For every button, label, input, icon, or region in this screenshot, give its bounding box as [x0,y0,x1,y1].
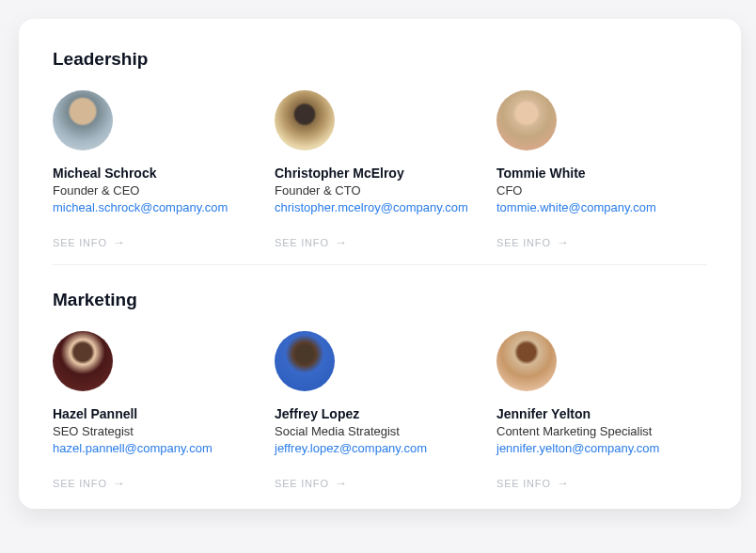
person-role: Founder & CEO [53,183,263,198]
arrow-right-icon: → [113,476,126,490]
person-email-link[interactable]: jennifer.yelton@company.com [496,441,707,455]
person-card: Jennifer Yelton Content Marketing Specia… [496,331,707,490]
see-info-label: SEE INFO [496,237,551,248]
person-name: Hazel Pannell [53,406,263,421]
see-info-label: SEE INFO [275,237,329,248]
person-card: Micheal Schrock Founder & CEO micheal.sc… [53,90,263,249]
person-email-link[interactable]: christopher.mcelroy@company.com [275,200,485,214]
arrow-right-icon: → [557,235,570,249]
person-name: Christopher McElroy [275,166,485,181]
person-role: SEO Strategist [53,424,263,438]
see-info-link[interactable]: SEE INFO → [53,235,263,249]
arrow-right-icon: → [113,235,126,249]
see-info-label: SEE INFO [53,237,107,248]
person-role: Founder & CTO [275,183,485,198]
person-name: Jeffrey Lopez [275,406,485,421]
person-role: CFO [496,183,707,198]
avatar [53,90,113,150]
avatar [496,331,557,391]
person-card: Jeffrey Lopez Social Media Strategist je… [275,331,485,490]
person-name: Jennifer Yelton [496,406,707,421]
avatar [53,331,113,391]
section-title-leadership: Leadership [53,49,707,70]
section-title-marketing: Marketing [53,290,707,310]
person-email-link[interactable]: tommie.white@company.com [496,200,707,214]
leadership-grid: Micheal Schrock Founder & CEO micheal.sc… [53,90,707,249]
arrow-right-icon: → [557,476,570,490]
see-info-link[interactable]: SEE INFO → [275,235,485,249]
marketing-grid: Hazel Pannell SEO Strategist hazel.panne… [53,331,707,490]
avatar [275,331,335,391]
see-info-label: SEE INFO [275,478,329,489]
see-info-link[interactable]: SEE INFO → [496,476,707,490]
see-info-label: SEE INFO [496,478,551,489]
see-info-link[interactable]: SEE INFO → [496,235,707,249]
see-info-link[interactable]: SEE INFO → [275,476,485,490]
person-name: Tommie White [496,166,707,181]
arrow-right-icon: → [335,235,348,249]
person-email-link[interactable]: micheal.schrock@company.com [53,200,263,214]
see-info-label: SEE INFO [53,478,107,489]
section-divider [53,264,707,265]
person-card: Tommie White CFO tommie.white@company.co… [496,90,707,249]
team-card: Leadership Micheal Schrock Founder & CEO… [19,19,741,509]
avatar [496,90,557,150]
person-name: Micheal Schrock [53,166,263,181]
person-email-link[interactable]: jeffrey.lopez@company.com [275,441,485,455]
person-role: Social Media Strategist [275,424,485,438]
person-card: Christopher McElroy Founder & CTO christ… [275,90,485,249]
avatar [275,90,335,150]
person-email-link[interactable]: hazel.pannell@company.com [53,441,263,455]
arrow-right-icon: → [335,476,348,490]
see-info-link[interactable]: SEE INFO → [53,476,263,490]
person-role: Content Marketing Specialist [496,424,707,438]
person-card: Hazel Pannell SEO Strategist hazel.panne… [53,331,263,490]
